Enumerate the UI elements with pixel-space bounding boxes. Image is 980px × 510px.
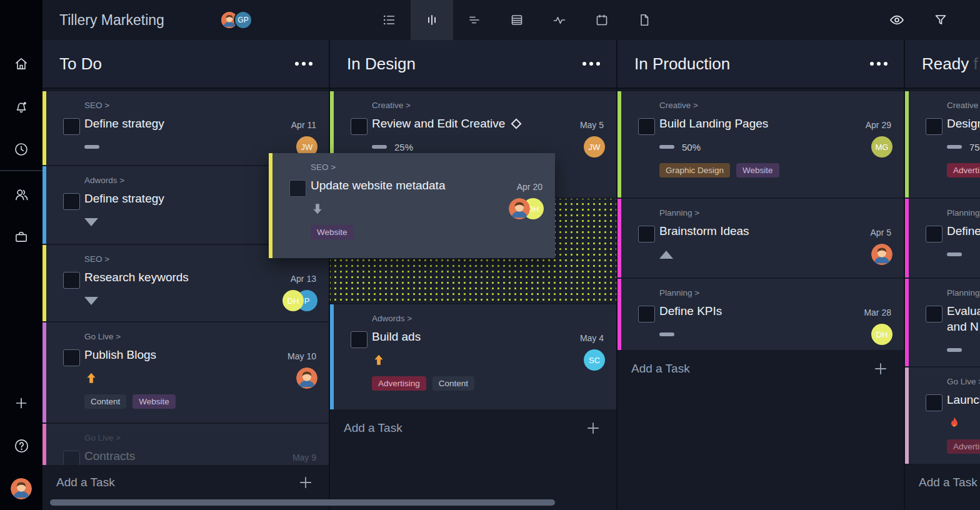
calendar-view-icon[interactable] (581, 0, 623, 40)
tag-list: Advertising Content (372, 376, 605, 391)
task-breadcrumb: Creative > (947, 101, 980, 110)
kanban-view-icon[interactable] (411, 0, 453, 40)
dragged-task-card[interactable]: SEO > Update website metadata Website Ap… (269, 153, 555, 258)
column-title: Ready f (922, 54, 980, 74)
task-title: Define (947, 223, 980, 239)
column-to-do: To Do SEO > Define strategy Apr 11 JW Ad… (42, 40, 329, 510)
task-card[interactable]: Planning > Evalua and N (905, 279, 980, 366)
task-title: Review and Edit Creative (372, 116, 605, 131)
add-task-button[interactable]: Add a Task (905, 465, 980, 500)
add-task-button[interactable]: Add a Task (330, 411, 616, 446)
task-card[interactable]: Planning > Define (905, 199, 980, 278)
project-members: GP (220, 11, 252, 29)
priority-triangle-down-icon (84, 218, 98, 226)
task-checkbox[interactable] (351, 118, 368, 135)
task-checkbox[interactable] (63, 272, 80, 289)
column-ready: Ready f Creative > Design 75% Advertisin… (905, 40, 980, 510)
activity-view-icon[interactable] (538, 0, 581, 40)
user-profile-avatar[interactable] (11, 478, 32, 499)
list-view-icon[interactable] (368, 0, 411, 40)
help-icon[interactable] (0, 433, 42, 458)
task-checkbox[interactable] (63, 193, 80, 210)
watch-eye-icon[interactable] (882, 0, 911, 40)
task-title: Research keywords (84, 269, 318, 285)
task-breadcrumb: Creative > (659, 101, 892, 110)
milestone-diamond-icon (511, 119, 522, 129)
column-menu-button[interactable] (582, 58, 600, 69)
progress-bar (947, 145, 962, 149)
home-icon[interactable] (0, 51, 42, 76)
task-title: Update website metadata (311, 178, 544, 193)
task-card[interactable]: Adwords > Build ads Advertising Content … (330, 304, 616, 409)
task-checkbox[interactable] (63, 349, 80, 366)
tag: Advertising (372, 376, 426, 391)
tag: Content (84, 394, 126, 409)
task-breadcrumb: Go Live > (84, 332, 318, 341)
tag: Website (132, 394, 176, 409)
task-card[interactable]: Planning > Define KPIs Mar 28 DH (618, 279, 904, 350)
project-title: Tillery Marketing (59, 0, 164, 40)
due-date: Apr 20 (517, 182, 542, 192)
priority-flame-icon (947, 416, 962, 431)
member-avatar-gp[interactable]: GP (234, 11, 252, 29)
task-breadcrumb: Planning > (947, 208, 980, 218)
task-card[interactable]: Planning > Brainstorm Ideas Apr 5 (618, 199, 904, 278)
due-date: May 5 (580, 120, 604, 130)
tag: Graphic Design (659, 163, 730, 178)
add-task-button[interactable]: Add a Task (42, 465, 329, 500)
due-date: May 4 (580, 333, 604, 343)
task-checkbox[interactable] (926, 394, 942, 411)
team-users-icon[interactable] (0, 182, 42, 207)
task-card[interactable]: Go Live > Publish Blogs Content Website … (42, 322, 329, 422)
filter-funnel-icon[interactable] (926, 0, 955, 40)
gantt-view-icon[interactable] (453, 0, 496, 40)
task-checkbox[interactable] (638, 118, 655, 135)
column-menu-button[interactable] (295, 58, 312, 69)
task-card[interactable]: Go Live > Launch Advertising (905, 368, 980, 464)
add-new-plus-icon[interactable] (0, 391, 42, 416)
sheet-view-icon[interactable] (496, 0, 538, 40)
task-breadcrumb: Go Live > (84, 433, 318, 442)
tag-list: Content Website (84, 394, 318, 409)
column-header: Ready f (905, 40, 980, 89)
due-date: Apr 29 (866, 120, 891, 130)
assignees: DH P (282, 290, 318, 311)
task-breadcrumb: SEO > (311, 162, 544, 172)
portfolio-briefcase-icon[interactable] (0, 224, 42, 249)
recent-clock-icon[interactable] (0, 137, 42, 162)
task-card[interactable]: Creative > Build Landing Pages 50% Graph… (618, 91, 904, 198)
priority-arrow-up-icon (84, 371, 98, 385)
column-in-design: In Design Creative > Review and Edit Cre… (330, 40, 616, 510)
notifications-bell-icon[interactable] (0, 94, 42, 119)
task-title: Define KPIs (659, 303, 892, 319)
due-date: Apr 11 (291, 120, 316, 130)
task-checkbox[interactable] (351, 331, 368, 348)
task-checkbox[interactable] (63, 118, 80, 135)
priority-arrow-up-icon (372, 353, 386, 367)
progress-bar (659, 332, 674, 336)
column-header: In Production (618, 40, 904, 89)
task-checkbox[interactable] (289, 180, 306, 197)
task-checkbox[interactable] (926, 226, 942, 242)
due-date: Apr 5 (871, 228, 891, 238)
task-checkbox[interactable] (926, 118, 942, 135)
avatar: JW (584, 136, 605, 158)
top-bar: PM Tillery Marketing GP (0, 0, 980, 40)
assignees: DH (509, 198, 544, 219)
task-checkbox[interactable] (638, 226, 655, 242)
progress-percent: 50% (682, 142, 701, 152)
due-date: May 9 (292, 452, 316, 462)
avatar: DH (871, 324, 892, 345)
column-menu-button[interactable] (870, 58, 888, 69)
add-task-button[interactable]: Add a Task (618, 351, 904, 386)
column-title: In Design (347, 54, 582, 74)
doc-view-icon[interactable] (623, 0, 666, 40)
task-checkbox[interactable] (926, 306, 942, 322)
priority-arrow-down-icon (311, 202, 324, 216)
horizontal-scrollbar-thumb[interactable] (50, 499, 555, 506)
progress-bar (947, 348, 962, 352)
task-checkbox[interactable] (638, 306, 655, 322)
assignees: MG (871, 136, 892, 158)
task-card[interactable]: Creative > Design 75% Advertising (905, 91, 980, 198)
priority-triangle-down-icon (84, 297, 98, 305)
